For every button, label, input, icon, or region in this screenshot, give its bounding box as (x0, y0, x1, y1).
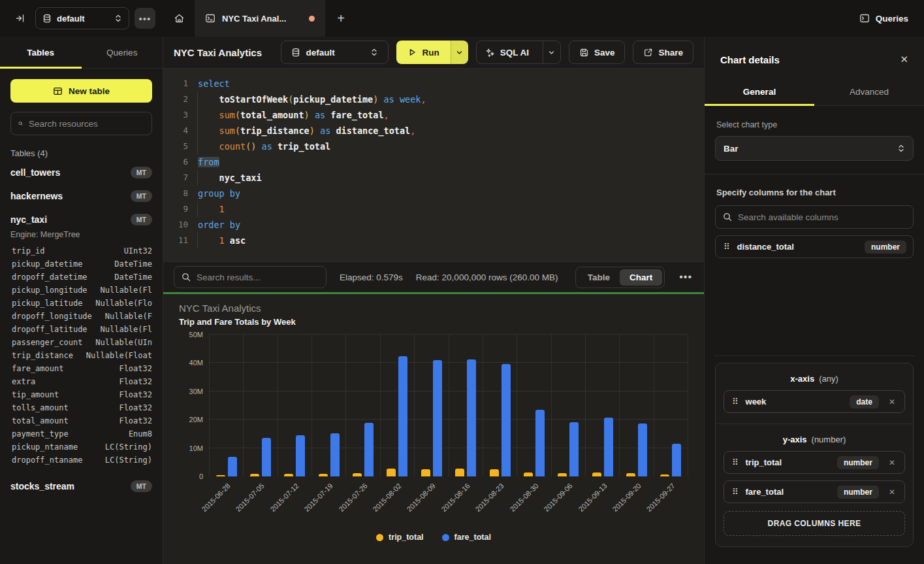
chart-type-value: Bar (724, 144, 739, 154)
results-search-input[interactable] (197, 273, 319, 282)
y-axis-chips: ⠿trip_totalnumber✕⠿fare_totalnumber✕ (724, 451, 905, 503)
column-chip-trip_total[interactable]: ⠿trip_totalnumber✕ (724, 451, 905, 474)
queries-button[interactable]: Queries (859, 13, 908, 24)
read-stat: Read: 20,000,000 rows (260.00 MB) (416, 273, 558, 282)
line-number: 11 (172, 233, 188, 248)
run-options-button[interactable] (451, 41, 468, 64)
drag-handle-icon[interactable]: ⠿ (732, 458, 739, 467)
x-axis-section: x-axis(any) ⠿weekdate✕ (716, 363, 913, 423)
sidebar-tab-queries[interactable]: Queries (82, 37, 163, 68)
results-more-button[interactable]: ••• (678, 271, 693, 283)
sidebar-search (10, 112, 152, 135)
drag-handle-icon[interactable]: ⠿ (724, 242, 730, 251)
chip-name: trip_total (746, 457, 830, 467)
tab-nyc-taxi-analytics[interactable]: NYC Taxi Anal... (195, 0, 325, 37)
sql-ai-button[interactable]: SQL AI (477, 41, 537, 63)
collapse-sidebar-button[interactable] (10, 8, 30, 28)
query-database-selector[interactable]: default (281, 41, 389, 64)
legend-dot (376, 534, 383, 541)
chart-details-title: Chart details (720, 54, 780, 65)
share-icon (643, 48, 653, 58)
close-icon[interactable]: ✕ (900, 54, 908, 65)
bar-groups (209, 335, 688, 476)
code-text: 1 (188, 201, 225, 217)
save-button[interactable]: Save (569, 41, 626, 64)
table-row-hackernews[interactable]: hackernews MT (10, 184, 152, 208)
bar-trip_total (387, 469, 396, 476)
chevron-down-icon (548, 49, 555, 56)
columns-search-input[interactable] (738, 212, 906, 222)
bar-group (551, 335, 585, 476)
bar-fare_total (296, 435, 305, 476)
bar-group (414, 335, 448, 476)
drag-handle-icon[interactable]: ⠿ (732, 397, 739, 406)
drag-columns-dropzone[interactable]: DRAG COLUMNS HERE (724, 511, 905, 536)
sidebar: Tables Queries New table Tables (4) cell… (0, 37, 163, 564)
database-icon (42, 14, 52, 24)
home-button[interactable] (163, 0, 195, 37)
legend-item-fare_total[interactable]: fare_total (442, 533, 491, 542)
table-row-stocks-stream[interactable]: stocks_stream MT (10, 474, 152, 498)
new-tab-button[interactable]: + (325, 0, 357, 37)
run-button[interactable]: Run (396, 41, 450, 64)
sql-editor[interactable]: 1select2 toStartOfWeek(pickup_datetime) … (163, 69, 704, 261)
tab-general[interactable]: General (705, 78, 814, 105)
line-number: 7 (172, 170, 188, 186)
column-type: DateTime (114, 271, 152, 284)
sql-ai-options-button[interactable] (543, 41, 560, 63)
column-name: passenger_count (12, 336, 82, 349)
run-label: Run (422, 48, 439, 58)
column-chip-week[interactable]: ⠿weekdate✕ (724, 390, 905, 413)
remove-icon[interactable]: ✕ (886, 397, 898, 406)
code-text: select (188, 76, 230, 91)
bar-group (380, 335, 414, 476)
home-icon (174, 13, 185, 24)
remove-icon[interactable]: ✕ (886, 458, 898, 467)
editor-line: 9 1 (172, 201, 704, 217)
sidebar-search-input[interactable] (29, 119, 144, 129)
column-name: tolls_amount (12, 401, 69, 414)
query-toolbar: NYC Taxi Analytics default Run (163, 37, 704, 69)
bar-trip_total (421, 469, 430, 476)
column-row: dropoff_datetimeDateTime (12, 271, 152, 284)
share-button[interactable]: Share (633, 41, 693, 64)
x-axis-heading: x-axis(any) (724, 372, 905, 384)
top-bar-left: default ••• (0, 0, 163, 37)
workspace-database-selector[interactable]: default (35, 7, 129, 29)
column-type: Nullable(Fl (101, 323, 152, 336)
column-name: dropoff_ntaname (12, 454, 82, 467)
x-tick-label: 2015-06-28 (200, 482, 231, 513)
column-row: trip_distanceNullable(Float (12, 349, 152, 362)
column-type: Enum8 (129, 427, 152, 440)
legend-item-trip_total[interactable]: trip_total (376, 533, 423, 542)
y-tick-label: 0 (199, 473, 203, 480)
column-row: fare_amountFloat32 (12, 362, 152, 375)
editor-line: 3 sum(total_amount) as fare_total, (172, 107, 704, 123)
new-table-button[interactable]: New table (10, 79, 152, 103)
divider (705, 174, 924, 174)
columns-search (715, 205, 914, 229)
tables-section-title: Tables (4) (10, 148, 152, 158)
chip-type-tag: date (850, 395, 879, 408)
elapsed-stat: Elapsed: 0.579s (340, 273, 403, 282)
drag-handle-icon[interactable]: ⠿ (732, 488, 739, 496)
x-tick-cell: 2015-09-27 (654, 476, 688, 533)
column-chip-fare_total[interactable]: ⠿fare_totalnumber✕ (724, 480, 905, 503)
chart-panel: NYC Taxi Analytics Trip and Fare Totals … (163, 294, 704, 564)
sidebar-tab-tables[interactable]: Tables (0, 37, 82, 68)
workspace-more-button[interactable]: ••• (135, 8, 155, 29)
table-row-nyc-taxi[interactable]: nyc_taxi MT (10, 208, 152, 231)
sparkles-icon (485, 48, 495, 58)
save-icon (579, 48, 589, 58)
remove-icon[interactable]: ✕ (886, 488, 898, 497)
chart-type-select[interactable]: Bar (715, 136, 914, 161)
view-toggle-table[interactable]: Table (578, 269, 620, 286)
table-row-cell-towers[interactable]: cell_towers MT (10, 161, 152, 184)
tab-advanced[interactable]: Advanced (814, 78, 924, 105)
y-tick-label: 30M (189, 388, 203, 395)
column-chip-distance_total[interactable]: ⠿distance_totalnumber (715, 235, 914, 258)
view-toggle-chart[interactable]: Chart (620, 269, 662, 286)
query-terminal-icon (205, 13, 215, 24)
search-icon (723, 212, 732, 222)
column-type: UInt32 (124, 244, 152, 257)
